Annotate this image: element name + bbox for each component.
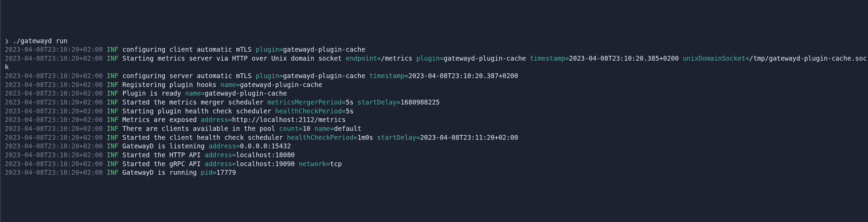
log-level: INF bbox=[107, 125, 118, 132]
log-val: 1m0s bbox=[358, 134, 377, 141]
log-message: GatewayD is running bbox=[122, 169, 201, 176]
log-level: INF bbox=[107, 142, 118, 150]
log-key: startDelay= bbox=[358, 98, 401, 106]
log-key: metricsMergerPeriod= bbox=[267, 98, 346, 106]
log-val: gatewayd-plugin-cache bbox=[240, 81, 322, 88]
log-val: localhost:18080 bbox=[236, 151, 295, 159]
shell-prompt: ❯ bbox=[5, 37, 9, 45]
log-level: INF bbox=[107, 98, 118, 106]
log-level: INF bbox=[107, 72, 118, 79]
log-level: INF bbox=[107, 116, 118, 123]
log-val: 5s bbox=[346, 107, 354, 115]
log-key: healthCheckPeriod= bbox=[275, 107, 346, 115]
log-message: Started the gRPC API bbox=[122, 160, 204, 168]
log-key: count= bbox=[279, 125, 303, 132]
log-level: INF bbox=[107, 169, 118, 176]
log-message: Plugin is ready bbox=[122, 89, 185, 97]
log-timestamp: 2023-04-08T23:10:20+02:00 bbox=[5, 169, 103, 176]
log-timestamp: 2023-04-08T23:10:20+02:00 bbox=[5, 125, 103, 132]
log-val: 5s bbox=[346, 98, 357, 106]
log-level: INF bbox=[107, 151, 118, 159]
log-val: http://localhost:2112/metrics bbox=[232, 116, 346, 123]
log-level: INF bbox=[107, 46, 118, 53]
log-val: gatewayd-plugin-cache bbox=[444, 54, 530, 62]
log-val: 1680988225 bbox=[400, 98, 439, 106]
log-key: plugin= bbox=[256, 72, 283, 79]
log-message: Metrics are exposed bbox=[122, 116, 201, 123]
log-val: localhost:19090 bbox=[236, 160, 299, 168]
shell-command: ./gatewayd run bbox=[13, 37, 67, 45]
log-key: healthCheckPeriod= bbox=[287, 134, 358, 141]
log-val: 2023-04-08T23:10:20.387+0200 bbox=[408, 72, 518, 79]
log-level: INF bbox=[107, 89, 118, 97]
log-message: Started the metrics merger scheduler bbox=[122, 98, 267, 106]
log-message: Started the HTTP API bbox=[122, 151, 204, 159]
log-message: configuring client automatic mTLS bbox=[122, 46, 256, 53]
log-timestamp: 2023-04-08T23:10:20+02:00 bbox=[5, 54, 103, 62]
log-level: INF bbox=[107, 107, 118, 115]
log-key: name= bbox=[314, 125, 334, 132]
log-key: timestamp= bbox=[369, 72, 408, 79]
log-val: 0.0.0.0:15432 bbox=[240, 142, 291, 150]
log-key: network= bbox=[299, 160, 330, 168]
log-key: address= bbox=[209, 142, 240, 150]
log-level: INF bbox=[107, 54, 118, 62]
log-timestamp: 2023-04-08T23:10:20+02:00 bbox=[5, 107, 103, 115]
log-timestamp: 2023-04-08T23:10:20+02:00 bbox=[5, 46, 103, 53]
log-timestamp: 2023-04-08T23:10:20+02:00 bbox=[5, 142, 103, 150]
terminal-output[interactable]: ❯ ./gatewayd run 2023-04-08T23:10:20+02:… bbox=[5, 37, 868, 177]
log-timestamp: 2023-04-08T23:10:20+02:00 bbox=[5, 72, 103, 79]
log-timestamp: 2023-04-08T23:10:20+02:00 bbox=[5, 89, 103, 97]
log-message: GatewayD is listening bbox=[122, 142, 209, 150]
log-val: gatewayd-plugin-cache bbox=[204, 89, 287, 97]
log-key: pid= bbox=[201, 169, 216, 176]
log-message: Starting metrics server via HTTP over Un… bbox=[122, 54, 346, 62]
log-level: INF bbox=[107, 81, 118, 88]
log-val: 2023-04-08T23:11:20+02:00 bbox=[420, 134, 518, 141]
log-key: address= bbox=[204, 151, 236, 159]
log-message: Starting plugin health check scheduler bbox=[122, 107, 275, 115]
log-key: name= bbox=[220, 81, 240, 88]
log-key: plugin= bbox=[256, 46, 283, 53]
log-val: 2023-04-08T23:10:20.385+0200 bbox=[569, 54, 683, 62]
log-val: 10 bbox=[302, 125, 314, 132]
log-key: endpoint= bbox=[346, 54, 381, 62]
log-message: Registering plugin hooks bbox=[122, 81, 220, 88]
log-level: INF bbox=[107, 160, 118, 168]
log-val: default bbox=[334, 125, 361, 132]
log-timestamp: 2023-04-08T23:10:20+02:00 bbox=[5, 98, 103, 106]
log-val: tcp bbox=[330, 160, 342, 168]
log-message: Started the client health check schedule… bbox=[122, 134, 287, 141]
log-timestamp: 2023-04-08T23:10:20+02:00 bbox=[5, 151, 103, 159]
log-timestamp: 2023-04-08T23:10:20+02:00 bbox=[5, 116, 103, 123]
log-val: 17779 bbox=[216, 169, 236, 176]
log-level: INF bbox=[107, 134, 118, 141]
log-key: name= bbox=[185, 89, 204, 97]
log-message: There are clients available in the pool bbox=[122, 125, 279, 132]
log-val: gatewayd-plugin-cache bbox=[283, 72, 369, 79]
log-message: configuring server automatic mTLS bbox=[122, 72, 256, 79]
log-timestamp: 2023-04-08T23:10:20+02:00 bbox=[5, 81, 103, 88]
log-key: unixDomainSocket= bbox=[683, 54, 749, 62]
log-key: address= bbox=[201, 116, 232, 123]
log-val: /metrics bbox=[381, 54, 416, 62]
log-key: address= bbox=[204, 160, 236, 168]
log-val: gatewayd-plugin-cache bbox=[283, 46, 365, 53]
log-timestamp: 2023-04-08T23:10:20+02:00 bbox=[5, 160, 103, 168]
log-timestamp: 2023-04-08T23:10:20+02:00 bbox=[5, 134, 103, 141]
log-key: timestamp= bbox=[530, 54, 569, 62]
log-key: startDelay= bbox=[377, 134, 420, 141]
log-key: plugin= bbox=[416, 54, 444, 62]
